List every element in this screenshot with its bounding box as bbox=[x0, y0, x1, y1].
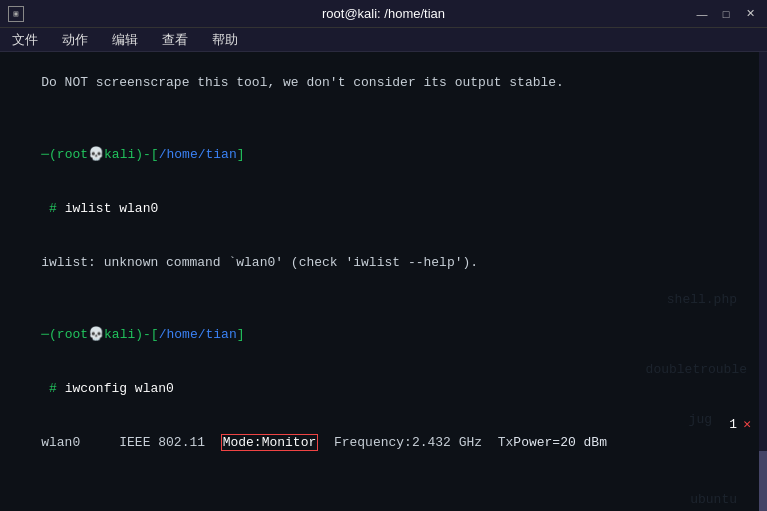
output-line-1: iwlist: unknown command `wlan0' (check '… bbox=[10, 236, 757, 290]
menu-item-编辑[interactable]: 编辑 bbox=[108, 29, 142, 51]
titlebar: ▣ root@kali: /home/tian — □ ✕ bbox=[0, 0, 767, 28]
cmd-line-1: # iwlist wlan0 bbox=[10, 182, 757, 236]
maximize-button[interactable]: □ bbox=[717, 6, 735, 22]
output-iwconfig-2: Retry short long limit:2 RTS thr:off Fra… bbox=[10, 506, 757, 511]
close-button[interactable]: ✕ bbox=[741, 6, 759, 22]
cmd-1: iwlist wlan0 bbox=[65, 201, 159, 216]
hash-1: # bbox=[41, 201, 64, 216]
minimize-button[interactable]: — bbox=[693, 6, 711, 22]
prompt-host-1: kali bbox=[104, 147, 135, 162]
prompt-line-1: ─(root💀kali)-[/home/tian] bbox=[10, 128, 757, 182]
menu-item-帮助[interactable]: 帮助 bbox=[208, 29, 242, 51]
tx-power-val: Power=20 dBm bbox=[513, 435, 607, 450]
prompt-skull-1: 💀 bbox=[88, 147, 104, 162]
terminal-content: shell.php doubletrouble jug ubuntu Do NO… bbox=[0, 52, 767, 511]
prompt-dir-2: /home/tian bbox=[159, 327, 237, 342]
menu-item-文件[interactable]: 文件 bbox=[8, 29, 42, 51]
prompt-paren-2: )-[ bbox=[135, 327, 158, 342]
scrollbar-track bbox=[759, 52, 767, 511]
close-counter-btn[interactable]: ✕ bbox=[743, 416, 751, 434]
counter-badge: 1 bbox=[729, 416, 737, 434]
menubar: 文件动作编辑查看帮助 bbox=[0, 28, 767, 52]
prompt-paren-1: )-[ bbox=[135, 147, 158, 162]
window-icon: ▣ bbox=[8, 6, 24, 22]
prompt-skull-2: 💀 bbox=[88, 327, 104, 342]
hash-2: # bbox=[41, 381, 64, 396]
window-title: root@kali: /home/tian bbox=[322, 6, 445, 21]
prompt-host-2: kali bbox=[104, 327, 135, 342]
prompt-dir-1: /home/tian bbox=[159, 147, 237, 162]
prompt-root-1: root bbox=[57, 147, 88, 162]
cmd-2: iwconfig wlan0 bbox=[65, 381, 174, 396]
prompt-bracket-1: ] bbox=[237, 147, 245, 162]
prompt-dash-2: ─( bbox=[41, 327, 57, 342]
prompt-bracket-2: ] bbox=[237, 327, 245, 342]
spacer1 bbox=[10, 110, 757, 128]
output-iwconfig-1: wlan0 IEEE 802.11 Mode:Monitor Frequency… bbox=[10, 416, 757, 506]
warning-line: Do NOT screenscrape this tool, we don't … bbox=[10, 56, 757, 110]
menu-item-查看[interactable]: 查看 bbox=[158, 29, 192, 51]
prompt-root-2: root bbox=[57, 327, 88, 342]
cmd-line-2: # iwconfig wlan0 bbox=[10, 362, 757, 416]
prompt-line-2: ─(root💀kali)-[/home/tian] bbox=[10, 308, 757, 362]
scrollbar-thumb[interactable] bbox=[759, 451, 767, 511]
prompt-dash-1: ─( bbox=[41, 147, 57, 162]
mode-monitor-highlight: Mode:Monitor bbox=[221, 434, 319, 451]
spacer2 bbox=[10, 290, 757, 308]
window-controls: — □ ✕ bbox=[693, 6, 759, 22]
menu-item-动作[interactable]: 动作 bbox=[58, 29, 92, 51]
